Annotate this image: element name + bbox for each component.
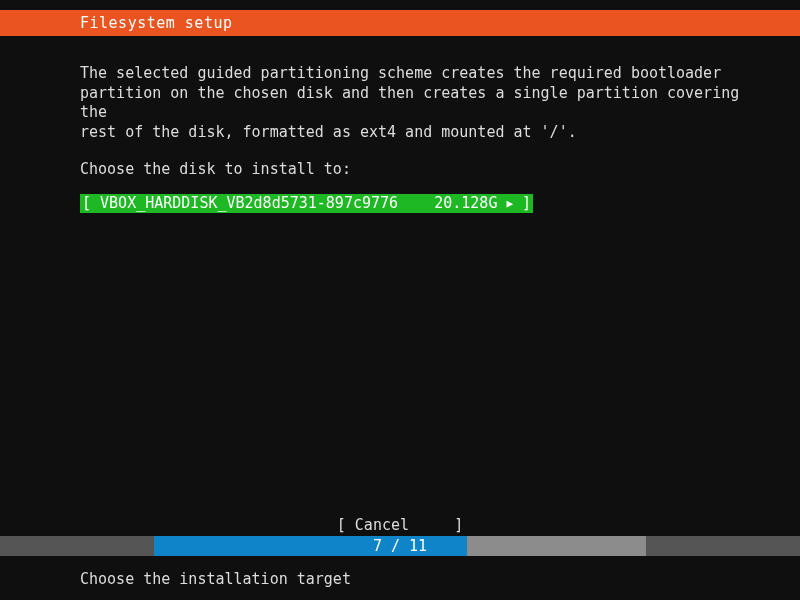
progress-bar: 7 / 11	[0, 536, 800, 556]
header-bar: Filesystem setup	[0, 10, 800, 36]
disk-size: 20.128G	[434, 194, 497, 212]
footer-hint: Choose the installation target	[80, 570, 351, 588]
description-text: The selected guided partitioning scheme …	[80, 64, 740, 142]
body: The selected guided partitioning scheme …	[80, 64, 740, 213]
installer-screen: Filesystem setup The selected guided par…	[0, 0, 800, 600]
disk-option-0[interactable]: [ VBOX_HARDDISK_VB2d8d5731-897c9776 20.1…	[80, 194, 533, 214]
cancel-row: [ Cancel ]	[0, 516, 800, 534]
page-title: Filesystem setup	[80, 14, 233, 32]
choose-disk-prompt: Choose the disk to install to:	[80, 160, 740, 180]
progress-label: 7 / 11	[0, 536, 800, 556]
cancel-button[interactable]: [ Cancel ]	[337, 516, 463, 534]
disk-label: VBOX_HARDDISK_VB2d8d5731-897c9776	[100, 194, 398, 212]
